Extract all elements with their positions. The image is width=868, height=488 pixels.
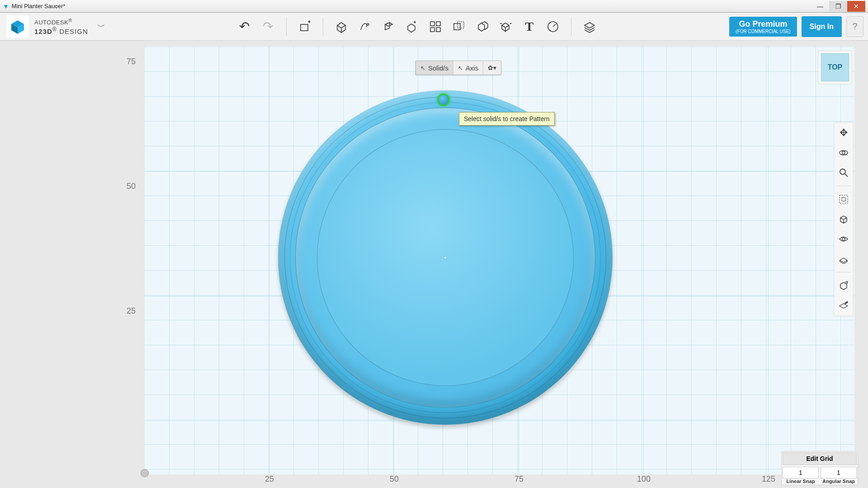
sketch-tool-icon[interactable] <box>356 18 374 36</box>
tooltip: Select solid/s to create Pattern <box>459 112 555 126</box>
app-logo[interactable]: AUTODESK® 123D® DESIGN <box>5 15 88 38</box>
navigation-tools-panel: ✥ <box>834 122 854 316</box>
view-cube-tool-icon[interactable] <box>836 211 851 227</box>
selection-handle[interactable] <box>437 94 450 106</box>
angular-snap-label: Angular Snap <box>821 479 857 484</box>
svg-point-6 <box>367 23 369 25</box>
linear-snap-label: Linear Snap <box>783 479 819 484</box>
linear-snap-input[interactable] <box>783 467 819 479</box>
svg-line-22 <box>845 174 848 177</box>
svg-line-18 <box>553 24 556 27</box>
main-menu-dropdown[interactable]: ﹀ <box>92 21 111 32</box>
primitives-tool-icon[interactable] <box>332 18 350 36</box>
construct-tool-icon[interactable] <box>379 18 397 36</box>
edit-on-grid-tool-icon[interactable] <box>836 298 851 313</box>
fit-tool-icon[interactable] <box>836 192 851 207</box>
svg-rect-12 <box>436 28 440 32</box>
visibility-tool-icon[interactable] <box>836 231 851 247</box>
svg-rect-3 <box>301 24 308 31</box>
go-premium-button[interactable]: Go Premium (FOR COMMERCIAL USE) <box>729 17 797 37</box>
view-cube[interactable]: TOP <box>821 53 849 81</box>
ruler-vertical: 75 50 25 <box>113 47 140 474</box>
zoom-tool-icon[interactable] <box>836 165 851 180</box>
pan-tool-icon[interactable]: ✥ <box>836 125 851 141</box>
grouping-tool-icon[interactable] <box>450 18 468 36</box>
materials-tool-icon[interactable] <box>580 18 599 36</box>
ruler-horizontal: 25 50 75 100 125 <box>145 474 854 486</box>
grid-display-tool-icon[interactable] <box>836 251 851 267</box>
grid-origin-handle[interactable] <box>141 469 149 477</box>
context-select-axis[interactable]: ↖ Axis <box>453 61 483 75</box>
transform-tool-icon[interactable] <box>296 18 314 36</box>
app-logo-small-icon: ▼ <box>3 3 9 10</box>
undo-button[interactable]: ↶ <box>236 18 254 36</box>
window-maximize-button[interactable]: ❐ <box>829 1 847 12</box>
window-close-button[interactable]: ✕ <box>847 1 865 12</box>
svg-rect-9 <box>430 22 434 26</box>
window-title: Mini Planter Saucer* <box>12 3 66 9</box>
context-options-dropdown[interactable]: ✿▾ <box>483 61 501 75</box>
text-tool-icon[interactable]: T <box>520 18 538 36</box>
app-logo-icon <box>6 15 29 38</box>
svg-point-25 <box>842 238 845 240</box>
edit-grid-button[interactable]: Edit Grid <box>783 452 857 465</box>
measure-tool-icon[interactable] <box>544 18 562 36</box>
redo-button[interactable]: ↷ <box>259 18 277 36</box>
main-toolbar: AUTODESK® 123D® DESIGN ﹀ ↶ ↷ T Go Premiu… <box>0 13 868 41</box>
window-titlebar: ▼ Mini Planter Saucer* — ❐ ✕ <box>0 0 868 13</box>
svg-point-21 <box>840 169 845 174</box>
orbit-tool-icon[interactable] <box>836 145 851 160</box>
context-select-solids[interactable]: ↖ Solid/s <box>416 61 453 75</box>
svg-rect-13 <box>454 23 460 30</box>
svg-rect-14 <box>458 22 464 28</box>
combine-tool-icon[interactable] <box>473 18 491 36</box>
angular-snap-input[interactable] <box>821 467 857 479</box>
modify-tool-icon[interactable] <box>403 18 421 36</box>
viewport[interactable]: 75 50 25 25 50 75 100 125 ↖ Solid/s ↖ Ax… <box>0 41 868 488</box>
svg-rect-23 <box>840 195 848 203</box>
model-saucer[interactable] <box>278 90 613 425</box>
export-tool-icon[interactable] <box>836 278 851 293</box>
cursor-icon: ↖ <box>458 65 463 71</box>
window-minimize-button[interactable]: — <box>811 1 829 12</box>
svg-rect-24 <box>842 197 845 201</box>
cursor-icon: ↖ <box>420 65 425 71</box>
sign-in-button[interactable]: Sign In <box>802 16 842 37</box>
svg-rect-20 <box>842 151 845 154</box>
svg-rect-10 <box>436 22 440 26</box>
grid-snap-panel: Edit Grid Linear Snap Angular Snap <box>781 451 858 485</box>
svg-rect-11 <box>430 28 434 32</box>
app-logo-text: AUTODESK® 123D® DESIGN <box>34 18 88 35</box>
pattern-tool-icon[interactable] <box>426 18 444 36</box>
model-center-point <box>445 257 446 258</box>
help-button[interactable]: ? <box>846 16 863 37</box>
options-icon: ✿▾ <box>488 64 496 71</box>
snap-tool-icon[interactable] <box>497 18 515 36</box>
